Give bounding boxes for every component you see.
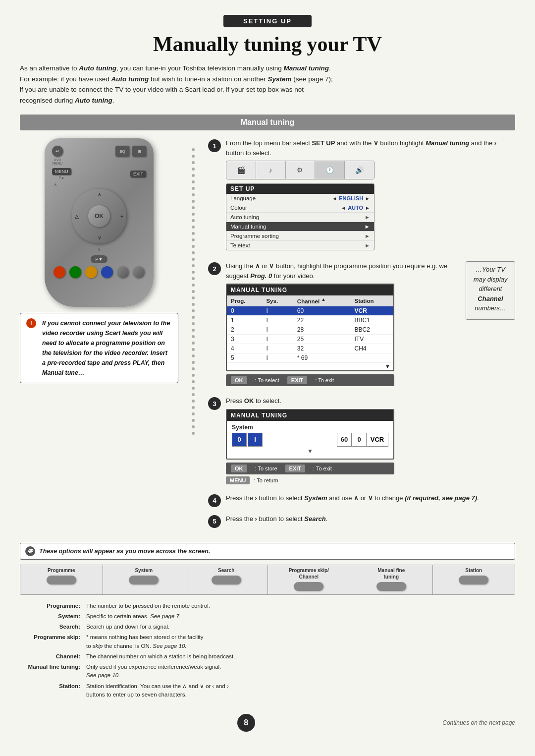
setup-value-colour: ◄ AUTO ►	[341, 205, 370, 211]
mt-prog-0: 0	[227, 306, 262, 316]
notice-icon: 💬	[25, 546, 35, 556]
setup-label-language: Language	[230, 195, 256, 201]
red-button[interactable]	[54, 266, 65, 278]
icon-bar: 🎬 ♪ ⚙ 🕐 🔊	[226, 161, 374, 179]
mt-col-sys: Sys.	[262, 295, 293, 306]
def-row-manual-fine: Manual fine tuning: Only used if you exp…	[20, 662, 515, 681]
right-arrow[interactable]: +	[120, 214, 123, 219]
green-button[interactable]	[69, 266, 81, 278]
step-1: 1 From the top menu bar select SET UP an…	[208, 138, 515, 254]
control-search: Search	[185, 565, 268, 594]
mt-table: Prog. Sys. Channel ▲ Station 0	[227, 295, 393, 370]
exit-button[interactable]: EXIT	[130, 171, 146, 177]
mt2-field-i: I	[248, 433, 263, 447]
setup-panel: SET UP Language ◄ ENGLISH ► Colour ◄ AUT…	[226, 183, 374, 250]
up-arrow[interactable]: ∧	[98, 192, 101, 197]
yellow-button[interactable]	[85, 266, 97, 278]
menu-button[interactable]: MENU	[52, 168, 71, 175]
def-text-station: Station identification. You can use the …	[84, 681, 515, 700]
step-5: 5 Press the › button to select Search.	[208, 514, 515, 528]
pv-button-area: P▼	[52, 255, 146, 263]
banner-label: SETTING UP	[223, 15, 312, 27]
ok-store-desc: : To store	[255, 465, 277, 471]
color-buttons	[52, 266, 146, 278]
ctrl-btn-station[interactable]	[459, 576, 488, 584]
step-3-text: Press OK to select.	[226, 396, 515, 406]
gray-button1[interactable]	[117, 266, 129, 278]
intro-text: As an alternative to Auto tuning, you ca…	[20, 63, 515, 106]
exit-store-label: EXIT	[285, 465, 305, 472]
ctrl-label-sys: System	[106, 567, 182, 574]
page-footer: 8 Continues on the next page	[20, 710, 515, 732]
ctrl-btn-sys[interactable]	[129, 576, 159, 584]
gray-button2[interactable]	[133, 266, 145, 278]
remote-body: ↩ DVDMENU EQ ⊞ MENU P▲	[45, 138, 154, 307]
def-text-channel: The channel number on which a station is…	[84, 651, 515, 662]
mt-ch-4: 32	[293, 344, 351, 353]
mt-ch-1: 22	[293, 316, 351, 325]
def-label-prog-skip: Programme skip:	[20, 632, 84, 651]
def-row-system: System: Specific to certain areas. See p…	[20, 611, 515, 622]
page-number: 8	[237, 714, 255, 732]
setting-up-banner: SETTING UP	[20, 15, 515, 27]
channel-display: …Your TVmay displaydifferentChannelnumbe…	[466, 261, 515, 320]
two-col-layout: ↩ DVDMENU EQ ⊞ MENU P▲	[20, 138, 515, 534]
warning-text: If you cannot connect your television to…	[42, 318, 172, 378]
def-row-search: Search: Search up and down for a signal.	[20, 622, 515, 632]
step-4-content: Press the › button to select System and …	[226, 493, 515, 506]
setup-row-language: Language ◄ ENGLISH ►	[226, 194, 374, 203]
left-column: ↩ DVDMENU EQ ⊞ MENU P▲	[20, 138, 178, 534]
manual-tuning-2-header: MANUAL TUNING	[227, 410, 393, 421]
setup-label-manual-tuning: Manual tuning	[230, 224, 266, 230]
def-row-station: Station: Station identification. You can…	[20, 681, 515, 700]
ctrl-btn-skip[interactable]	[294, 582, 323, 591]
mt-station-4: CH4	[350, 344, 393, 353]
mt-col-channel: Channel ▲	[293, 295, 351, 306]
def-text-programme: The number to be pressed on the remote c…	[84, 601, 515, 611]
mt2-field-0b: 0	[352, 433, 367, 447]
step-3: 3 Press OK to select. MANUAL TUNING Syst…	[208, 396, 515, 486]
setup-label-teletext: Teletext	[230, 242, 250, 248]
page-title: Manually tuning your TV	[20, 32, 515, 56]
def-text-prog-skip: * means nothing has been stored or the f…	[84, 632, 515, 651]
remote-btn-eq[interactable]: EQ	[115, 146, 129, 157]
table-row: 1 I 22 BBC1	[227, 316, 393, 325]
ctrl-btn-search[interactable]	[212, 576, 241, 584]
down-arrow[interactable]: ∨	[98, 235, 101, 240]
mt-ch-3: 25	[293, 335, 351, 344]
icon-settings: ⚙	[286, 161, 316, 179]
step-3-num: 3	[208, 397, 221, 410]
step-5-num: 5	[208, 515, 221, 528]
mt2-arrow: ▼	[232, 447, 388, 456]
step-1-num: 1	[208, 139, 221, 152]
left-arrow[interactable]: △	[75, 214, 79, 219]
icon-film: 🎬	[226, 161, 256, 179]
step-4-num: 4	[208, 494, 221, 507]
ok-button[interactable]: OK	[88, 205, 110, 227]
ctrl-btn-fine[interactable]	[376, 582, 406, 591]
manual-tuning-2: MANUAL TUNING System 0 I 60 0 VCR	[226, 409, 394, 460]
remote-btn-rec[interactable]: ⊞	[132, 146, 146, 157]
icon-clock: 🕐	[315, 161, 345, 179]
pv-button[interactable]: P▼	[91, 255, 108, 263]
mt-station-2: BBC2	[350, 325, 393, 335]
blue-button[interactable]	[101, 266, 113, 278]
setup-row-manual-tuning: Manual tuning ►	[226, 222, 374, 232]
ctrl-btn-prog[interactable]	[47, 576, 76, 584]
mt-sys-4: I	[262, 344, 293, 353]
mt-ch-5: * 69	[293, 353, 351, 363]
ok-exit-bar2: OK : To store EXIT : To exit	[226, 463, 394, 474]
ok-store-label: OK	[231, 465, 247, 472]
mt-prog-3: 3	[227, 335, 262, 344]
setup-value-language: ◄ ENGLISH ►	[332, 195, 370, 201]
control-prog-skip: Programme skip/Channel	[268, 565, 351, 594]
remote-top-btn1[interactable]: ↩	[52, 146, 63, 157]
channel-display-text: …Your TVmay displaydifferentChannelnumbe…	[471, 265, 510, 313]
step-3-content: Press OK to select. MANUAL TUNING System…	[226, 396, 515, 486]
warning-box: ! If you cannot connect your television …	[20, 313, 178, 383]
table-row: ▼	[227, 363, 393, 370]
options-notice: 💬 These options will appear as you move …	[20, 543, 515, 560]
control-system: System	[103, 565, 186, 594]
mt-prog-4: 4	[227, 344, 262, 353]
manual-tuning-header: MANUAL TUNING	[227, 285, 393, 295]
